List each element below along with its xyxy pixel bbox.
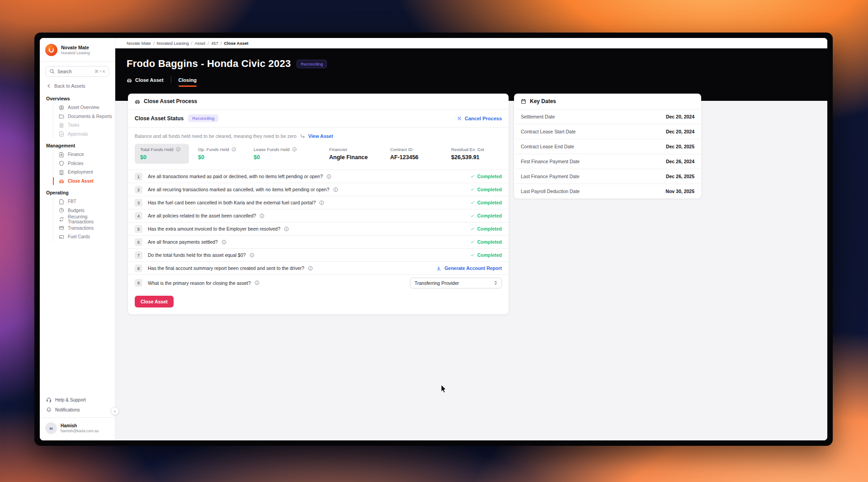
back-to-assets-link[interactable]: Back to Assets bbox=[40, 81, 115, 93]
info-icon[interactable] bbox=[333, 187, 338, 192]
chevron-left-icon bbox=[46, 83, 52, 89]
info-icon[interactable] bbox=[255, 280, 259, 285]
search-placeholder: Search bbox=[57, 69, 72, 74]
info-icon[interactable] bbox=[250, 253, 255, 258]
key-date-label: Settlement Date bbox=[521, 114, 555, 119]
check-icon bbox=[470, 227, 475, 231]
app-subtitle: Novated Leasing bbox=[61, 51, 90, 56]
generate-account-report-link[interactable]: Generate Account Report bbox=[436, 265, 502, 271]
breadcrumb-item-asset[interactable]: Asset bbox=[194, 41, 205, 46]
sidebar-item-label: Documents & Reports bbox=[68, 114, 112, 119]
sidebar-item-label: Asset Overview bbox=[68, 105, 99, 110]
sidebar-item-recurring-transactions[interactable]: Recurring Transactions bbox=[53, 215, 115, 224]
pie-icon bbox=[59, 208, 64, 213]
question-text: Has the extra amount invoiced to the Emp… bbox=[148, 226, 280, 232]
car-icon bbox=[59, 178, 64, 184]
sidebar-collapse-button[interactable]: ‹ bbox=[111, 407, 119, 415]
app-logo-row[interactable]: Novate Mate Novated Leasing bbox=[40, 38, 115, 61]
tab-closing[interactable]: Closing bbox=[179, 77, 197, 87]
nav-items-overviews: Asset OverviewDocuments & ReportsTasksAp… bbox=[53, 103, 115, 138]
question-text: Are all finance payments settled? bbox=[148, 239, 218, 245]
sidebar-item-employment[interactable]: Employment bbox=[53, 168, 115, 177]
info-icon[interactable] bbox=[222, 240, 226, 245]
breadcrumb-item-novate-mate[interactable]: Novate Mate bbox=[127, 41, 151, 46]
sidebar-item-finance[interactable]: Finance bbox=[53, 150, 115, 159]
completed-label: Completed bbox=[477, 187, 502, 192]
sidebar-item-tasks[interactable]: Tasks bbox=[53, 121, 115, 130]
breadcrumb-separator: / bbox=[208, 41, 209, 46]
info-icon[interactable] bbox=[259, 213, 264, 218]
sidebar-item-fuel-cards[interactable]: Fuel Cards bbox=[53, 232, 115, 241]
sidebar-item-documents-reports[interactable]: Documents & Reports bbox=[53, 112, 115, 121]
close-icon bbox=[457, 116, 462, 121]
key-date-row-first-finance-payment-date: First Finance Payment DateDec 26, 2024 bbox=[514, 154, 701, 169]
info-icon[interactable] bbox=[284, 227, 289, 232]
checklist-row-1: 1Are all transactions marked as paid or … bbox=[128, 170, 509, 183]
avatar: H bbox=[45, 422, 57, 434]
closing-reason-select[interactable]: Transferring Provider bbox=[410, 278, 502, 288]
info-icon[interactable] bbox=[319, 200, 324, 205]
sidebar-item-label: Policies bbox=[68, 161, 83, 166]
view-asset-link[interactable]: View Asset bbox=[308, 133, 333, 139]
close-asset-button[interactable]: Close Asset bbox=[135, 296, 174, 307]
question-text: Do the total funds held for this asset e… bbox=[148, 252, 246, 258]
tab-close-asset[interactable]: Close Asset bbox=[127, 77, 164, 87]
key-dates-card: Key Dates Settlement DateDec 20, 2024Con… bbox=[514, 94, 701, 198]
breadcrumb: Novate Mate/Novated Leasing/Asset/457/Cl… bbox=[127, 41, 248, 46]
sidebar-item-help-support[interactable]: Help & Support bbox=[40, 395, 115, 405]
completed-label: Completed bbox=[477, 200, 502, 205]
completed-badge: Completed bbox=[470, 252, 502, 258]
key-date-row-last-payroll-deduction-date: Last Payroll Deduction DateNov 30, 2025 bbox=[514, 184, 701, 198]
card-icon bbox=[59, 225, 64, 231]
sidebar-item-notifications[interactable]: Notifications bbox=[40, 405, 115, 415]
cancel-process-button[interactable]: Cancel Process bbox=[457, 116, 502, 121]
footer-divider bbox=[40, 417, 115, 418]
stat-label-text: Residual Ex. Gst bbox=[451, 147, 484, 152]
clipboard-icon bbox=[59, 123, 64, 128]
sidebar-footer: Help & SupportNotifications H Hamish ham… bbox=[40, 395, 115, 440]
stat-op-funds-held: Op. Funds Held$0 bbox=[198, 144, 254, 164]
sidebar-item-budgets[interactable]: Budgets bbox=[53, 206, 115, 215]
sidebar-item-approvals[interactable]: Approvals bbox=[53, 130, 115, 139]
sidebar-item-transactions[interactable]: Transactions bbox=[53, 224, 115, 233]
stat-label: Lease Funds Held bbox=[254, 147, 329, 152]
checklist-row-3: 3Has the fuel card been cancelled in bot… bbox=[128, 196, 509, 209]
checklist-action: Completed bbox=[470, 226, 502, 232]
question-number: 5 bbox=[135, 225, 142, 233]
arrow-return-icon bbox=[300, 133, 305, 139]
app-root: Novate Mate Novated Leasing Search ⌘ + K… bbox=[40, 38, 827, 440]
key-date-value: Nov 30, 2025 bbox=[665, 189, 694, 194]
nav-section-operating: Operating bbox=[40, 187, 115, 197]
check-icon bbox=[470, 213, 475, 218]
breadcrumb-item-close-asset[interactable]: Close Asset bbox=[224, 41, 248, 46]
search-shortcut: ⌘ + K bbox=[94, 69, 105, 74]
user-menu[interactable]: H Hamish hamish@karia.com.au bbox=[40, 421, 115, 437]
search-input[interactable]: Search ⌘ + K bbox=[45, 66, 109, 77]
key-date-value: Dec 26, 2025 bbox=[666, 174, 694, 179]
check-icon bbox=[470, 187, 475, 192]
question-text: Are all recurring transactions marked as… bbox=[148, 187, 330, 192]
sidebar-item-close-asset[interactable]: Close Asset bbox=[53, 177, 115, 186]
info-icon[interactable] bbox=[308, 266, 313, 271]
user-info: Hamish hamish@karia.com.au bbox=[61, 423, 99, 434]
car-icon bbox=[127, 77, 132, 83]
sidebar-item-label: Approvals bbox=[68, 132, 88, 137]
breadcrumb-item-novated-leasing[interactable]: Novated Leasing bbox=[157, 41, 189, 46]
recurring-icon bbox=[59, 217, 64, 222]
key-date-value: Dec 20, 2024 bbox=[666, 114, 694, 119]
stat-label: Financier bbox=[329, 147, 390, 152]
completed-badge: Completed bbox=[470, 200, 502, 205]
sidebar-item-policies[interactable]: Policies bbox=[53, 159, 115, 168]
sidebar-item-fbt[interactable]: FBT bbox=[53, 197, 115, 206]
stat-label-text: Total Funds Held bbox=[140, 147, 174, 152]
sidebar-item-asset-overview[interactable]: Asset Overview bbox=[53, 103, 115, 112]
question-number: 2 bbox=[135, 186, 142, 194]
key-date-row-contract-lease-start-date: Contract Lease Start DateDec 20, 2024 bbox=[514, 124, 701, 139]
stat-label-text: Op. Funds Held bbox=[198, 147, 229, 152]
content-area: Close Asset Process Close Asset Status R… bbox=[115, 101, 827, 440]
breadcrumb-item-457[interactable]: 457 bbox=[211, 41, 218, 46]
check-icon bbox=[470, 253, 475, 257]
sidebar-nav: OverviewsAsset OverviewDocuments & Repor… bbox=[40, 93, 115, 243]
nav-items-operating: FBTBudgetsRecurring TransactionsTransact… bbox=[53, 197, 115, 241]
info-icon[interactable] bbox=[326, 174, 331, 179]
